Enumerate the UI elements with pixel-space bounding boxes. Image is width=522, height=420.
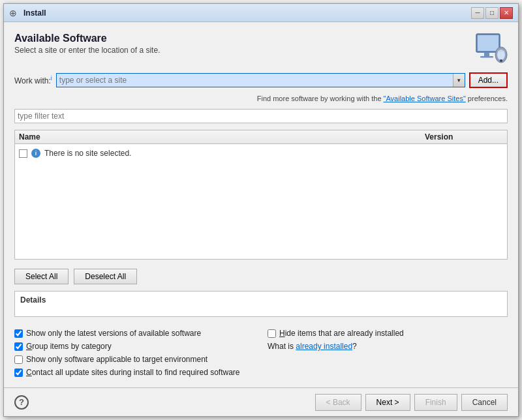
help-icon[interactable]: ?: [14, 395, 29, 410]
checkbox-contact-update-sites-input[interactable]: [14, 368, 23, 377]
site-dropdown-button[interactable]: ▼: [453, 74, 465, 87]
software-table: Name Version i There is no site selected…: [14, 130, 508, 260]
already-installed-link[interactable]: already installed: [296, 342, 352, 351]
checkbox-latest-versions-label[interactable]: Show only the latest versions of availab…: [26, 329, 201, 338]
checkbox-latest-versions: Show only the latest versions of availab…: [14, 329, 254, 338]
finish-button[interactable]: Finish: [414, 394, 457, 411]
svg-rect-2: [484, 52, 489, 56]
selection-buttons: Select All Deselect All: [14, 269, 508, 284]
tooltip-marker: i: [51, 75, 52, 82]
row-checkbox[interactable]: [19, 149, 27, 158]
col-version-header: Version: [425, 132, 503, 142]
window-title: Install: [23, 8, 471, 18]
available-software-sites-link[interactable]: "Available Software Sites": [384, 95, 466, 102]
checkbox-hide-installed: Hide items that are already installed: [268, 329, 508, 338]
svg-rect-1: [478, 35, 499, 51]
svg-rect-3: [480, 56, 493, 58]
next-button[interactable]: Next >: [365, 394, 410, 411]
checkbox-hide-installed-label[interactable]: Hide items that are already installed: [279, 329, 404, 338]
checkbox-hide-installed-input[interactable]: [268, 329, 276, 338]
info-row: Find more software by working with the "…: [14, 95, 508, 102]
install-dialog: ⊕ Install ─ □ ✕ Available Software Selec…: [3, 3, 519, 417]
main-content: Available Software Select a site or ente…: [4, 22, 518, 387]
filter-box: [14, 109, 508, 123]
checkbox-contact-update-sites: Contact all update sites during install …: [14, 368, 508, 377]
maximize-button[interactable]: □: [485, 7, 499, 19]
nav-buttons: < Back Next > Finish Cancel: [315, 394, 508, 411]
what-is-installed-row: What is already installed?: [268, 342, 508, 351]
minimize-button[interactable]: ─: [471, 7, 484, 19]
checkbox-contact-update-sites-label[interactable]: Contact all update sites during install …: [26, 368, 240, 377]
checkbox-group-category-label[interactable]: Group items by category: [26, 342, 112, 351]
site-input[interactable]: [57, 74, 453, 86]
checkbox-group-category: Group items by category: [14, 342, 254, 351]
what-is-installed-label: What is already installed?: [268, 342, 357, 351]
close-button[interactable]: ✕: [500, 7, 513, 19]
work-with-label: Work with:i: [14, 75, 52, 85]
table-body: i There is no site selected.: [15, 144, 507, 259]
checkbox-target-env-input[interactable]: [14, 355, 23, 364]
checkbox-target-env: Show only software applicable to target …: [14, 355, 254, 364]
work-with-row: Work with:i ▼ Add...: [14, 72, 508, 88]
cancel-button[interactable]: Cancel: [461, 394, 508, 411]
section-subtitle: Select a site or enter the location of a…: [14, 46, 160, 55]
computer-icon: [474, 33, 508, 66]
header-text: Available Software Select a site or ente…: [14, 33, 160, 55]
window-icon: ⊕: [9, 8, 20, 18]
title-bar-buttons: ─ □ ✕: [471, 7, 513, 19]
select-all-button[interactable]: Select All: [14, 269, 69, 284]
filter-input[interactable]: [18, 112, 504, 121]
col-name-header: Name: [19, 132, 425, 142]
header-section: Available Software Select a site or ente…: [14, 33, 508, 66]
table-header: Name Version: [15, 130, 507, 144]
info-icon: i: [31, 149, 40, 158]
checkbox-latest-versions-input[interactable]: [14, 329, 23, 338]
details-label: Details: [20, 295, 502, 305]
checkbox-target-env-label[interactable]: Show only software applicable to target …: [26, 355, 207, 364]
title-bar: ⊕ Install ─ □ ✕: [4, 4, 518, 22]
empty-cell: [268, 355, 508, 364]
bottom-bar: ? < Back Next > Finish Cancel: [4, 387, 518, 416]
options-grid: Show only the latest versions of availab…: [14, 329, 508, 377]
section-title: Available Software: [14, 33, 160, 44]
checkbox-group-category-input[interactable]: [14, 342, 23, 351]
site-input-container: ▼: [56, 73, 465, 87]
details-section: Details: [14, 291, 508, 317]
back-button[interactable]: < Back: [315, 394, 361, 411]
svg-point-7: [500, 59, 502, 62]
info-text-after: preferences.: [466, 95, 508, 102]
info-text: Find more software by working with the: [257, 95, 384, 102]
add-button[interactable]: Add...: [469, 72, 508, 88]
deselect-all-button[interactable]: Deselect All: [74, 269, 137, 284]
no-site-text: There is no site selected.: [44, 149, 131, 158]
table-row: i There is no site selected.: [19, 147, 503, 160]
